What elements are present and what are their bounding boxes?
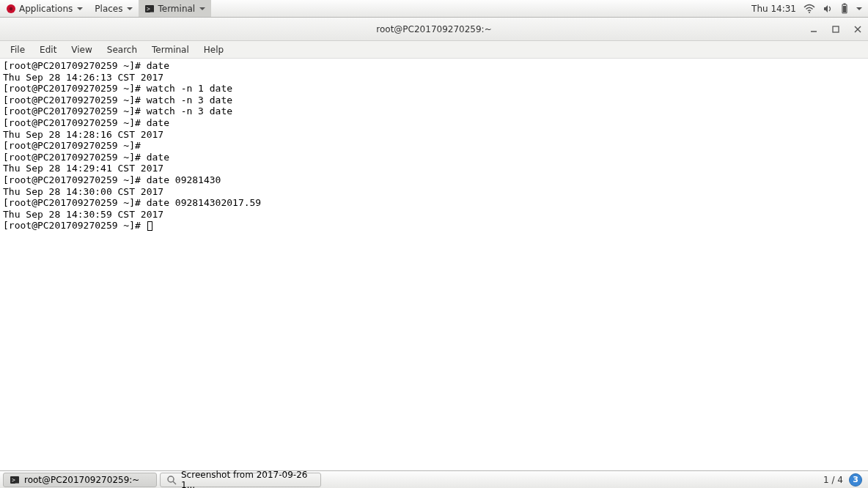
terminal-window: root@PC201709270259:~ File Edit View Sea… <box>0 18 868 470</box>
svg-rect-6 <box>844 3 846 4</box>
taskbar-item-label: Screenshot from 2017-09-26 1... <box>181 470 315 489</box>
menu-edit[interactable]: Edit <box>32 42 64 57</box>
app-menu-terminal[interactable]: >_ Terminal <box>139 0 211 17</box>
bottom-panel: >_ root@PC201709270259:~ Screenshot from… <box>0 470 868 488</box>
bottom-panel-right: 1 / 4 3 <box>823 473 865 487</box>
window-controls <box>808 18 864 40</box>
workspace-indicator[interactable]: 1 / 4 <box>823 475 843 485</box>
window-title: root@PC201709270259:~ <box>376 24 491 34</box>
top-panel-right: Thu 14:31 <box>751 0 868 17</box>
svg-point-4 <box>809 12 810 13</box>
distro-logo-icon <box>6 4 16 14</box>
top-panel-left: Applications Places >_ Terminal <box>0 0 211 17</box>
caret-down-icon <box>77 7 83 10</box>
applications-label: Applications <box>19 4 73 14</box>
menubar: File Edit View Search Terminal Help <box>0 41 868 59</box>
svg-point-1 <box>10 7 12 10</box>
menu-view[interactable]: View <box>64 42 99 57</box>
magnifier-icon <box>166 475 177 485</box>
maximize-button[interactable] <box>830 23 842 35</box>
svg-text:>_: >_ <box>12 477 19 484</box>
volume-icon[interactable] <box>823 4 833 14</box>
taskbar-item-label: root@PC201709270259:~ <box>24 475 139 485</box>
svg-point-14 <box>168 476 174 482</box>
battery-icon[interactable] <box>840 3 849 15</box>
menu-search[interactable]: Search <box>100 42 144 57</box>
svg-rect-9 <box>833 26 839 32</box>
clock[interactable]: Thu 14:31 <box>751 4 796 14</box>
top-panel: Applications Places >_ Terminal Thu 14:3… <box>0 0 868 18</box>
minimize-button[interactable] <box>808 23 820 35</box>
terminal-app-icon: >_ <box>144 4 155 14</box>
terminal-output[interactable]: [root@PC201709270259 ~]# date Thu Sep 28… <box>0 59 868 470</box>
svg-line-15 <box>173 481 176 484</box>
applications-menu[interactable]: Applications <box>0 0 89 17</box>
caret-down-icon[interactable] <box>856 7 862 10</box>
app-menu-label: Terminal <box>158 4 195 14</box>
svg-rect-7 <box>843 6 846 12</box>
menu-terminal[interactable]: Terminal <box>144 42 196 57</box>
close-button[interactable] <box>852 23 864 35</box>
places-label: Places <box>95 4 122 14</box>
menu-help[interactable]: Help <box>196 42 231 57</box>
window-titlebar[interactable]: root@PC201709270259:~ <box>0 18 868 41</box>
terminal-cursor <box>147 221 152 231</box>
terminal-icon: >_ <box>10 475 20 485</box>
network-wifi-icon[interactable] <box>803 4 815 14</box>
caret-down-icon <box>199 7 205 10</box>
caret-down-icon <box>127 7 133 10</box>
workspace-badge[interactable]: 3 <box>849 473 862 487</box>
taskbar-item-image-viewer[interactable]: Screenshot from 2017-09-26 1... <box>160 473 321 487</box>
places-menu[interactable]: Places <box>89 0 139 17</box>
svg-text:>_: >_ <box>147 6 154 12</box>
menu-file[interactable]: File <box>3 42 32 57</box>
taskbar-item-terminal[interactable]: >_ root@PC201709270259:~ <box>3 473 157 487</box>
